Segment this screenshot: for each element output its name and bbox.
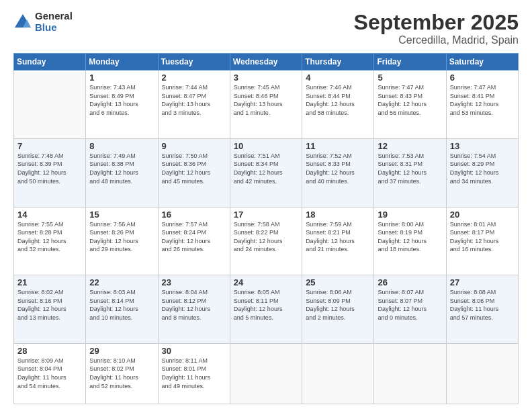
table-row: 13Sunrise: 7:54 AM Sunset: 8:29 PM Dayli…: [446, 138, 518, 207]
day-number: 2: [162, 73, 226, 83]
day-info: Sunrise: 7:50 AM Sunset: 8:36 PM Dayligh…: [162, 152, 226, 185]
calendar-week-row: 1Sunrise: 7:43 AM Sunset: 8:49 PM Daylig…: [14, 71, 519, 139]
day-info: Sunrise: 8:06 AM Sunset: 8:09 PM Dayligh…: [306, 288, 370, 322]
day-number: 28: [17, 346, 82, 356]
day-number: 4: [306, 73, 370, 83]
table-row: [374, 343, 446, 404]
header-wednesday: Wednesday: [230, 54, 302, 71]
table-row: 2Sunrise: 7:44 AM Sunset: 8:47 PM Daylig…: [158, 71, 230, 139]
table-row: 4Sunrise: 7:46 AM Sunset: 8:44 PM Daylig…: [302, 71, 374, 139]
header-tuesday: Tuesday: [158, 54, 230, 71]
day-info: Sunrise: 8:04 AM Sunset: 8:12 PM Dayligh…: [162, 288, 226, 322]
page: General Blue September 2025 Cercedilla, …: [0, 0, 532, 411]
logo-icon: [13, 13, 32, 32]
table-row: 27Sunrise: 8:08 AM Sunset: 8:06 PM Dayli…: [446, 275, 518, 344]
table-row: 16Sunrise: 7:57 AM Sunset: 8:24 PM Dayli…: [158, 207, 230, 275]
table-row: 12Sunrise: 7:53 AM Sunset: 8:31 PM Dayli…: [374, 138, 446, 207]
day-number: 9: [162, 141, 226, 151]
day-info: Sunrise: 7:59 AM Sunset: 8:21 PM Dayligh…: [306, 220, 370, 254]
day-number: 15: [89, 210, 154, 220]
day-info: Sunrise: 7:44 AM Sunset: 8:47 PM Dayligh…: [162, 83, 226, 117]
day-info: Sunrise: 7:47 AM Sunset: 8:43 PM Dayligh…: [378, 83, 442, 117]
table-row: 23Sunrise: 8:04 AM Sunset: 8:12 PM Dayli…: [158, 275, 230, 344]
day-number: 18: [306, 210, 370, 220]
header-saturday: Saturday: [446, 54, 518, 71]
day-info: Sunrise: 8:07 AM Sunset: 8:07 PM Dayligh…: [378, 288, 442, 322]
day-number: 23: [162, 277, 226, 287]
table-row: 29Sunrise: 8:10 AM Sunset: 8:02 PM Dayli…: [86, 343, 158, 404]
day-number: 19: [378, 210, 442, 220]
day-info: Sunrise: 8:01 AM Sunset: 8:17 PM Dayligh…: [450, 220, 515, 254]
day-number: 17: [234, 210, 298, 220]
table-row: 15Sunrise: 7:56 AM Sunset: 8:26 PM Dayli…: [86, 207, 158, 275]
calendar-week-row: 14Sunrise: 7:55 AM Sunset: 8:28 PM Dayli…: [14, 207, 519, 275]
table-row: 19Sunrise: 8:00 AM Sunset: 8:19 PM Dayli…: [374, 207, 446, 275]
day-info: Sunrise: 8:03 AM Sunset: 8:14 PM Dayligh…: [89, 288, 154, 322]
day-info: Sunrise: 7:43 AM Sunset: 8:49 PM Dayligh…: [89, 83, 154, 117]
day-number: 8: [89, 141, 154, 151]
table-row: 8Sunrise: 7:49 AM Sunset: 8:38 PM Daylig…: [86, 138, 158, 207]
day-number: 1: [89, 73, 154, 83]
day-info: Sunrise: 7:47 AM Sunset: 8:41 PM Dayligh…: [450, 83, 515, 117]
day-info: Sunrise: 8:09 AM Sunset: 8:04 PM Dayligh…: [17, 357, 82, 390]
day-info: Sunrise: 7:45 AM Sunset: 8:46 PM Dayligh…: [234, 83, 298, 117]
day-info: Sunrise: 7:58 AM Sunset: 8:22 PM Dayligh…: [234, 220, 298, 254]
table-row: 26Sunrise: 8:07 AM Sunset: 8:07 PM Dayli…: [374, 275, 446, 344]
day-info: Sunrise: 8:02 AM Sunset: 8:16 PM Dayligh…: [17, 288, 82, 322]
table-row: 3Sunrise: 7:45 AM Sunset: 8:46 PM Daylig…: [230, 71, 302, 139]
day-number: 11: [306, 141, 370, 151]
day-info: Sunrise: 8:10 AM Sunset: 8:02 PM Dayligh…: [89, 357, 154, 390]
main-title: September 2025: [354, 11, 519, 34]
day-info: Sunrise: 7:52 AM Sunset: 8:33 PM Dayligh…: [306, 152, 370, 185]
day-number: 7: [17, 141, 82, 151]
day-number: 29: [89, 346, 154, 356]
table-row: 25Sunrise: 8:06 AM Sunset: 8:09 PM Dayli…: [302, 275, 374, 344]
table-row: [14, 71, 86, 139]
logo-text: General Blue: [35, 11, 73, 33]
logo-blue-text: Blue: [35, 22, 73, 34]
table-row: 30Sunrise: 8:11 AM Sunset: 8:01 PM Dayli…: [158, 343, 230, 404]
day-number: 25: [306, 277, 370, 287]
day-number: 12: [378, 141, 442, 151]
table-row: 17Sunrise: 7:58 AM Sunset: 8:22 PM Dayli…: [230, 207, 302, 275]
table-row: 5Sunrise: 7:47 AM Sunset: 8:43 PM Daylig…: [374, 71, 446, 139]
table-row: 14Sunrise: 7:55 AM Sunset: 8:28 PM Dayli…: [14, 207, 86, 275]
day-info: Sunrise: 7:54 AM Sunset: 8:29 PM Dayligh…: [450, 152, 515, 185]
day-number: 6: [450, 73, 515, 83]
day-info: Sunrise: 8:11 AM Sunset: 8:01 PM Dayligh…: [162, 357, 226, 390]
day-info: Sunrise: 8:08 AM Sunset: 8:06 PM Dayligh…: [450, 288, 515, 322]
day-info: Sunrise: 7:51 AM Sunset: 8:34 PM Dayligh…: [234, 152, 298, 185]
day-number: 3: [234, 73, 298, 83]
day-info: Sunrise: 7:57 AM Sunset: 8:24 PM Dayligh…: [162, 220, 226, 254]
logo: General Blue: [13, 11, 73, 33]
table-row: 18Sunrise: 7:59 AM Sunset: 8:21 PM Dayli…: [302, 207, 374, 275]
table-row: 21Sunrise: 8:02 AM Sunset: 8:16 PM Dayli…: [14, 275, 86, 344]
day-info: Sunrise: 7:46 AM Sunset: 8:44 PM Dayligh…: [306, 83, 370, 117]
table-row: 7Sunrise: 7:48 AM Sunset: 8:39 PM Daylig…: [14, 138, 86, 207]
header-monday: Monday: [86, 54, 158, 71]
table-row: 1Sunrise: 7:43 AM Sunset: 8:49 PM Daylig…: [86, 71, 158, 139]
day-number: 14: [17, 210, 82, 220]
day-number: 27: [450, 277, 515, 287]
day-number: 20: [450, 210, 515, 220]
day-info: Sunrise: 7:49 AM Sunset: 8:38 PM Dayligh…: [89, 152, 154, 185]
header-thursday: Thursday: [302, 54, 374, 71]
subtitle: Cercedilla, Madrid, Spain: [354, 34, 519, 46]
logo-general-text: General: [35, 11, 73, 22]
day-info: Sunrise: 7:56 AM Sunset: 8:26 PM Dayligh…: [89, 220, 154, 254]
table-row: 6Sunrise: 7:47 AM Sunset: 8:41 PM Daylig…: [446, 71, 518, 139]
day-number: 13: [450, 141, 515, 151]
day-number: 26: [378, 277, 442, 287]
calendar-table: Sunday Monday Tuesday Wednesday Thursday…: [13, 53, 519, 404]
calendar-header-row: Sunday Monday Tuesday Wednesday Thursday…: [14, 54, 519, 71]
header: General Blue September 2025 Cercedilla, …: [13, 11, 519, 46]
title-block: September 2025 Cercedilla, Madrid, Spain: [354, 11, 519, 46]
table-row: [446, 343, 518, 404]
table-row: 28Sunrise: 8:09 AM Sunset: 8:04 PM Dayli…: [14, 343, 86, 404]
day-number: 24: [234, 277, 298, 287]
table-row: 20Sunrise: 8:01 AM Sunset: 8:17 PM Dayli…: [446, 207, 518, 275]
table-row: 10Sunrise: 7:51 AM Sunset: 8:34 PM Dayli…: [230, 138, 302, 207]
day-number: 5: [378, 73, 442, 83]
calendar-week-row: 21Sunrise: 8:02 AM Sunset: 8:16 PM Dayli…: [14, 275, 519, 344]
day-number: 10: [234, 141, 298, 151]
